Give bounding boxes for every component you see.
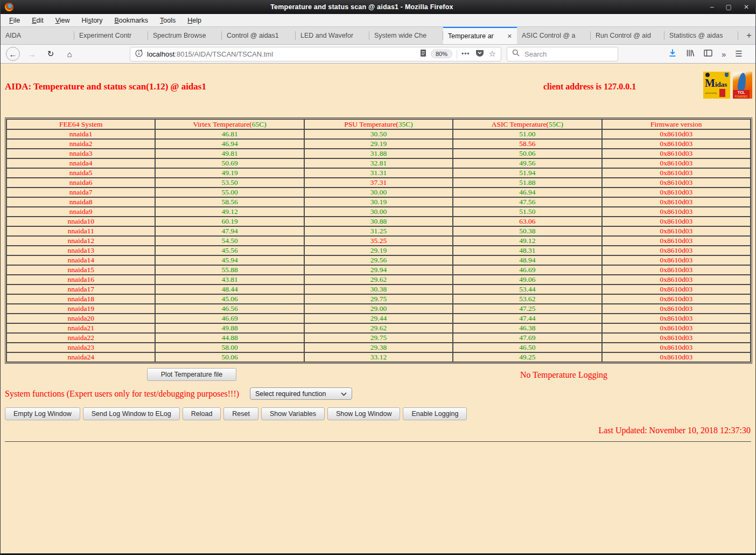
tab-close-icon[interactable]: ✕ — [507, 33, 512, 40]
function-buttons: Empty Log WindowSend Log Window to ELogR… — [5, 407, 467, 420]
tcl-feather-icon — [737, 72, 747, 92]
page-content: AIDA: Temperature and status scan(1.12) … — [1, 64, 755, 553]
bookmark-star-icon[interactable]: ☆ — [489, 49, 496, 59]
tcl-powered-logo: TCL POWERED — [733, 72, 752, 99]
cell-firmware-version: 0x8610d03 — [602, 246, 751, 255]
reload-button[interactable]: Reload — [183, 407, 221, 420]
search-bar[interactable] — [507, 47, 618, 61]
logging-status-text: No Temperature Logging — [520, 370, 607, 380]
tab-temperature-ar[interactable]: Temperature ar✕ — [443, 27, 517, 44]
reload-button[interactable]: ↻ — [44, 47, 58, 61]
menu-file[interactable]: File — [3, 17, 26, 24]
function-select-dropdown[interactable]: Select required function — [250, 387, 352, 400]
downloads-icon[interactable] — [668, 48, 677, 59]
tab-strip: AIDAExperiment ContrSpectrum BrowseContr… — [1, 27, 755, 45]
zoom-level-button[interactable]: 80% — [431, 50, 452, 58]
close-button[interactable]: ✕ — [744, 3, 749, 11]
show-log-window-button[interactable]: Show Log Window — [327, 407, 401, 420]
tab-system-wide-che[interactable]: System wide Che — [369, 27, 443, 44]
cell-firmware-version: 0x8610d03 — [602, 255, 751, 265]
page-actions-icon[interactable]: ••• — [461, 50, 470, 58]
cell-firmware-version: 0x8610d03 — [602, 217, 751, 226]
cell-asic-temperature: 49.56 — [453, 158, 601, 168]
table-row: nnaida1643.8129.6249.060x8610d03 — [6, 275, 751, 285]
cell-virtex-temperature: 46.69 — [155, 314, 304, 323]
tab-control-aidas1[interactable]: Control @ aidas1 — [222, 27, 296, 44]
cell-asic-temperature: 51.50 — [453, 207, 601, 217]
hamburger-menu-icon[interactable]: ☰ — [735, 49, 742, 59]
tab-label: ASIC Control @ a — [522, 32, 586, 39]
tab-experiment-contr[interactable]: Experiment Contr — [74, 27, 148, 44]
cell-psu-temperature: 30.19 — [304, 197, 453, 207]
toolbar-overflow-icon[interactable]: » — [722, 50, 726, 59]
table-row: nnaida1345.5629.1948.310x8610d03 — [6, 246, 751, 255]
cell-fee64-system: nnaida18 — [6, 294, 155, 304]
url-bar[interactable]: localhost:8015/AIDA/TSCAN/TSCAN.tml 80% … — [130, 47, 501, 61]
reader-mode-icon[interactable] — [420, 49, 426, 59]
cell-psu-temperature: 29.75 — [304, 333, 453, 343]
cell-firmware-version: 0x8610d03 — [602, 275, 751, 285]
cell-psu-temperature: 29.38 — [304, 343, 453, 352]
tab-spectrum-browse[interactable]: Spectrum Browse — [148, 27, 222, 44]
new-tab-button[interactable]: + — [738, 27, 756, 44]
pocket-icon[interactable] — [475, 49, 484, 59]
cell-psu-temperature: 29.75 — [304, 294, 453, 304]
menu-tools[interactable]: Tools — [154, 17, 181, 24]
sidebar-toggle-icon[interactable] — [704, 49, 712, 59]
table-row: nnaida2046.6929.4447.440x8610d03 — [6, 314, 751, 323]
site-info-icon[interactable] — [135, 50, 143, 59]
cell-virtex-temperature: 46.56 — [155, 304, 304, 314]
cell-asic-temperature: 53.44 — [453, 285, 601, 294]
enable-logging-button[interactable]: Enable Logging — [403, 407, 467, 420]
cell-fee64-system: nnaida2 — [6, 139, 155, 149]
tab-statistics-aidas[interactable]: Statistics @ aidas — [664, 27, 738, 44]
menu-view[interactable]: View — [50, 17, 76, 24]
tab-led-and-wavefor[interactable]: LED and Wavefor — [296, 27, 369, 44]
library-icon[interactable] — [686, 49, 695, 59]
cell-psu-temperature: 31.31 — [304, 168, 453, 178]
cell-asic-temperature: 46.50 — [453, 343, 601, 352]
search-input[interactable] — [523, 50, 620, 59]
tab-run-control-aid[interactable]: Run Control @ aid — [591, 27, 664, 44]
table-row: nnaida2244.8829.7547.690x8610d03 — [6, 333, 751, 343]
send-log-window-to-elog-button[interactable]: Send Log Window to ELog — [83, 407, 180, 420]
tcl-logo-text: TCL — [733, 91, 750, 95]
menu-history[interactable]: History — [76, 17, 109, 24]
table-row: nnaida349.8131.8850.060x8610d03 — [6, 149, 751, 158]
cell-psu-temperature: 30.50 — [304, 129, 453, 139]
back-button[interactable]: ← — [6, 47, 20, 61]
cell-firmware-version: 0x8610d03 — [602, 139, 751, 149]
cell-psu-temperature: 29.62 — [304, 323, 453, 333]
cell-firmware-version: 0x8610d03 — [602, 285, 751, 294]
table-row: nnaida1845.0629.7553.620x8610d03 — [6, 294, 751, 304]
client-address: client address is 127.0.0.1 — [543, 82, 636, 92]
cell-virtex-temperature: 49.19 — [155, 168, 304, 178]
menu-bookmarks[interactable]: Bookmarks — [109, 17, 155, 24]
cell-virtex-temperature: 55.88 — [155, 265, 304, 275]
table-body: nnaida146.8130.5051.000x8610d03nnaida246… — [6, 129, 751, 362]
maximize-button[interactable]: ▢ — [726, 3, 732, 11]
minimize-button[interactable]: – — [710, 3, 714, 11]
plot-temperature-file-button[interactable]: Plot Temperature file — [147, 368, 236, 381]
menu-edit[interactable]: Edit — [26, 17, 50, 24]
table-row: nnaida1555.8829.9446.690x8610d03 — [6, 265, 751, 275]
reset-button[interactable]: Reset — [223, 407, 258, 420]
cell-virtex-temperature: 49.12 — [155, 207, 304, 217]
cell-fee64-system: nnaida22 — [6, 333, 155, 343]
cell-asic-temperature: 48.94 — [453, 255, 601, 265]
column-header: Firmware version — [602, 119, 751, 129]
url-path: :8015/AIDA/TSCAN/TSCAN.tml — [174, 50, 273, 58]
cell-fee64-system: nnaida10 — [6, 217, 155, 226]
cell-psu-temperature: 29.62 — [304, 275, 453, 285]
cell-virtex-temperature: 46.81 — [155, 129, 304, 139]
cell-psu-temperature: 29.00 — [304, 304, 453, 314]
cell-asic-temperature: 49.06 — [453, 275, 601, 285]
tab-asic-control-a[interactable]: ASIC Control @ a — [517, 27, 591, 44]
home-button[interactable]: ⌂ — [62, 47, 76, 61]
forward-button[interactable]: → — [25, 47, 39, 61]
show-variables-button[interactable]: Show Variables — [261, 407, 325, 420]
menu-help[interactable]: Help — [181, 17, 207, 24]
midas-logo-text: Midas — [705, 77, 727, 89]
tab-aida[interactable]: AIDA — [1, 27, 74, 44]
empty-log-window-button[interactable]: Empty Log Window — [5, 407, 80, 420]
